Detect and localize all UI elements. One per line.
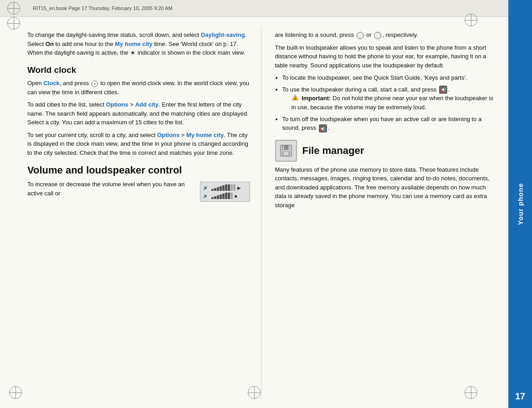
file-manager-p1: Many features of the phone use memory to… — [275, 165, 498, 210]
svg-text:!: ! — [294, 97, 296, 101]
bullet-item-2: To use the loudspeaker during a call, st… — [282, 85, 498, 112]
sidebar-label: Your phone — [517, 183, 524, 225]
file-manager-title: File manager — [302, 145, 364, 157]
volume-bars-top — [211, 184, 235, 191]
content-body: To change the daylight-saving time statu… — [0, 17, 508, 408]
bar5 — [222, 185, 225, 191]
bar6 — [225, 184, 227, 191]
page-container: RIT15_en.book Page 17 Thursday, February… — [0, 0, 532, 408]
intro-paragraph: To change the daylight-saving time statu… — [27, 31, 250, 58]
loudspeaker-p1: The built-in loudspeaker allows you to s… — [275, 43, 498, 70]
bar8 — [230, 184, 233, 191]
world-clock-p2: To add cities to the list, select Option… — [27, 100, 250, 127]
bar-b5 — [222, 194, 225, 199]
warning-icon: ! — [292, 94, 299, 103]
bar3 — [217, 187, 219, 191]
volume-bar-row-bottom: 🔉 ■ — [203, 193, 247, 199]
bullet-item-1: To locate the loudspeaker, see the Quick… — [282, 73, 498, 82]
bar2 — [214, 188, 216, 191]
bar-b8 — [230, 193, 233, 199]
svg-rect-4 — [282, 145, 284, 149]
on-link[interactable]: On — [46, 41, 54, 47]
my-home-city-link2[interactable]: My home city — [186, 132, 224, 138]
right-sidebar: Your phone 17 — [508, 0, 532, 408]
header-text: RIT15_en.book Page 17 Thursday, February… — [33, 5, 173, 11]
volume-up-icon: 🔊 — [203, 185, 210, 190]
volume-down-icon: 🔉 — [203, 194, 210, 198]
volume-arrow-down: ■ — [235, 194, 237, 199]
bar1 — [211, 189, 214, 191]
bar-b2 — [214, 196, 216, 199]
top-right-mark — [465, 14, 477, 26]
bullet-list: To locate the loudspeaker, see the Quick… — [282, 73, 498, 133]
bar-b4 — [220, 194, 222, 199]
bar-b7 — [228, 193, 230, 199]
add-city-link[interactable]: Add city — [135, 101, 159, 108]
bar-b3 — [217, 195, 219, 199]
bar4 — [220, 186, 222, 191]
file-manager-header: File manager — [275, 140, 498, 162]
svg-rect-6 — [283, 152, 288, 154]
right-column: are listening to a sound, press or , res… — [261, 26, 509, 399]
volume-bar-row-top: 🔊 — [203, 184, 247, 191]
volume-bars-bottom — [211, 193, 233, 199]
world-clock-p3: To set your current city, scroll to a ci… — [27, 131, 250, 158]
options-link2[interactable]: Options — [157, 132, 179, 138]
my-home-city-link[interactable]: My home city — [115, 41, 152, 47]
file-manager-icon — [275, 140, 297, 162]
bar-b1 — [211, 197, 214, 199]
volume-arrow-up: ▶ — [237, 185, 241, 190]
important-label: Important: — [302, 95, 331, 102]
daylight-saving-link[interactable]: Daylight-saving — [201, 31, 245, 38]
volume-p2: are listening to a sound, press or , res… — [275, 31, 498, 40]
top-header: RIT15_en.book Page 17 Thursday, February… — [0, 0, 508, 17]
bottom-right-mark — [465, 386, 477, 399]
options-link1[interactable]: Options — [106, 101, 128, 108]
volume-section: 🔊 — [27, 180, 250, 202]
sun-icon: ☀ — [130, 48, 136, 58]
bar-b6 — [225, 193, 227, 199]
volume-heading: Volume and loudspeaker control — [27, 164, 250, 176]
page-number: 17 — [515, 391, 525, 402]
important-note: ! Important: Do not hold the phone near … — [292, 94, 498, 112]
bullet-item-3: To turn off the loudspeaker when you hav… — [282, 115, 498, 133]
clock-link[interactable]: Clock — [43, 80, 59, 87]
page-number-box: 17 — [508, 384, 532, 408]
main-content: RIT15_en.book Page 17 Thursday, February… — [0, 0, 508, 408]
bar9 — [233, 184, 235, 191]
bar7 — [228, 184, 230, 191]
world-clock-p1: Open Clock, and press ● to open the worl… — [27, 79, 250, 97]
volume-image: 🔊 — [200, 182, 250, 202]
world-clock-heading: World clock — [27, 65, 250, 75]
bottom-left-mark — [9, 386, 22, 399]
left-column: To change the daylight-saving time statu… — [0, 26, 261, 399]
bottom-center-mark — [248, 386, 261, 399]
